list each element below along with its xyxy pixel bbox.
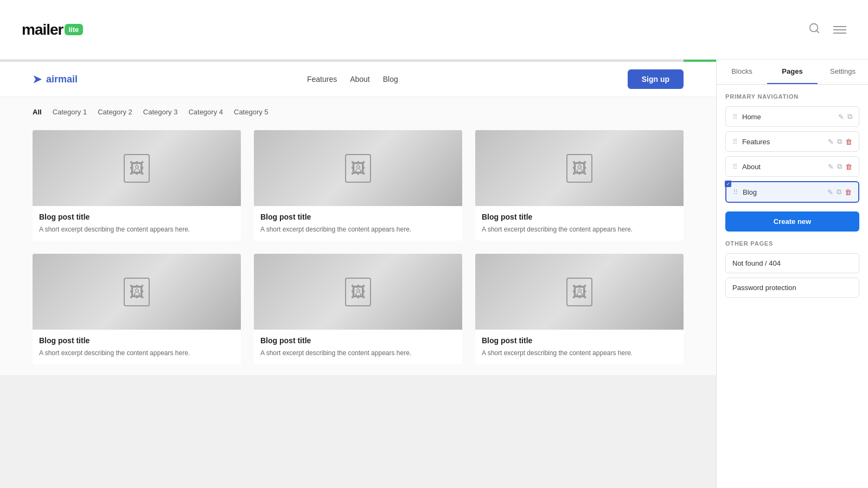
nav-item-about-label: About bbox=[742, 163, 761, 171]
blog-card-3-body: Blog post title A short excerpt describi… bbox=[475, 206, 684, 241]
other-page-not-found[interactable]: Not found / 404 bbox=[725, 253, 859, 273]
other-pages-title: OTHER PAGES bbox=[725, 240, 859, 247]
blog-card-2-excerpt: A short excerpt describing the content a… bbox=[260, 224, 456, 234]
blog-card-6[interactable]: 🖼 Blog post title A short excerpt descri… bbox=[475, 254, 684, 364]
edit-icon-blog[interactable]: ✎ bbox=[827, 188, 833, 196]
copy-icon-blog[interactable]: ⧉ bbox=[837, 188, 841, 196]
delete-icon-features[interactable]: 🗑 bbox=[845, 138, 852, 146]
site-logo: ➤ airmail bbox=[33, 73, 78, 86]
drag-icon-about: ⠿ bbox=[732, 163, 738, 171]
tab-settings[interactable]: Settings bbox=[818, 60, 868, 84]
nav-item-features-actions: ✎ ⧉ 🗑 bbox=[828, 137, 852, 146]
create-new-button[interactable]: Create new bbox=[725, 211, 859, 232]
drag-icon-blog: ⠿ bbox=[733, 188, 738, 196]
site-nav-about[interactable]: About bbox=[350, 75, 370, 84]
menu-icon[interactable] bbox=[833, 26, 846, 34]
nav-item-wrapper-blog: ✓ ⠿ Blog ✎ ⧉ 🗑 bbox=[725, 181, 859, 203]
search-icon[interactable] bbox=[808, 22, 820, 37]
ml-logo-text: mailer bbox=[22, 21, 63, 38]
blog-cat-4[interactable]: Category 4 bbox=[188, 108, 223, 116]
blog-cat-1[interactable]: Category 1 bbox=[53, 108, 87, 116]
copy-icon-features[interactable]: ⧉ bbox=[837, 137, 842, 146]
nav-item-about-actions: ✎ ⧉ 🗑 bbox=[828, 162, 852, 171]
nav-item-about[interactable]: ⠿ About ✎ ⧉ 🗑 bbox=[725, 156, 859, 177]
other-page-password[interactable]: Password protection bbox=[725, 278, 859, 298]
blog-card-5-image: 🖼 bbox=[254, 254, 462, 330]
blog-card-4-image: 🖼 bbox=[33, 254, 241, 330]
ml-header-right bbox=[808, 22, 846, 37]
nav-item-blog-label: Blog bbox=[743, 188, 757, 196]
svg-line-1 bbox=[816, 30, 819, 33]
blog-card-6-title: Blog post title bbox=[482, 336, 677, 345]
blog-card-5-image-icon: 🖼 bbox=[345, 278, 371, 306]
blog-cat-5[interactable]: Category 5 bbox=[234, 108, 269, 116]
delete-icon-blog[interactable]: 🗑 bbox=[845, 188, 852, 196]
drag-icon-home: ⠿ bbox=[732, 113, 738, 121]
blog-card-1-excerpt: A short excerpt describing the content a… bbox=[39, 224, 234, 234]
blog-card-2-title: Blog post title bbox=[260, 213, 456, 221]
site-logo-text: airmail bbox=[46, 74, 78, 85]
blog-card-4-title: Blog post title bbox=[39, 336, 234, 345]
site-nav-blog[interactable]: Blog bbox=[383, 75, 398, 84]
copy-icon-home[interactable]: ⧉ bbox=[847, 112, 852, 121]
nav-item-home-left: ⠿ Home bbox=[732, 113, 761, 121]
nav-item-features[interactable]: ⠿ Features ✎ ⧉ 🗑 bbox=[725, 131, 859, 152]
blog-card-5-excerpt: A short excerpt describing the content a… bbox=[260, 348, 456, 358]
nav-item-blog-left: ⠿ Blog bbox=[733, 188, 757, 196]
progress-bar-container bbox=[0, 60, 716, 62]
blog-card-5-title: Blog post title bbox=[260, 336, 456, 345]
edit-icon-features[interactable]: ✎ bbox=[828, 138, 834, 146]
progress-bar-fill bbox=[684, 60, 716, 62]
site-preview: ➤ airmail Features About Blog Sign up Al… bbox=[0, 62, 716, 488]
nav-item-features-left: ⠿ Features bbox=[732, 138, 770, 146]
airmail-logo-icon: ➤ bbox=[33, 73, 42, 86]
edit-icon-home[interactable]: ✎ bbox=[838, 113, 844, 121]
site-header: ➤ airmail Features About Blog Sign up bbox=[0, 62, 716, 97]
nav-item-wrapper-about: ⠿ About ✎ ⧉ 🗑 bbox=[725, 156, 859, 177]
ml-header: mailer lite bbox=[0, 0, 868, 60]
tab-blocks[interactable]: Blocks bbox=[717, 60, 767, 84]
nav-item-home-label: Home bbox=[742, 113, 761, 121]
site-nav-features[interactable]: Features bbox=[307, 75, 337, 84]
blog-card-1-title: Blog post title bbox=[39, 213, 234, 221]
blog-card-1[interactable]: 🖼 Blog post title A short excerpt descri… bbox=[33, 130, 241, 241]
site-signup-button[interactable]: Sign up bbox=[628, 69, 684, 89]
primary-navigation-title: PRIMARY NAVIGATION bbox=[725, 93, 859, 100]
blog-card-4-image-icon: 🖼 bbox=[124, 278, 150, 306]
ml-logo-badge: lite bbox=[65, 24, 84, 35]
tab-pages[interactable]: Pages bbox=[767, 60, 818, 84]
blog-card-3-image: 🖼 bbox=[475, 130, 684, 206]
blog-card-4[interactable]: 🖼 Blog post title A short excerpt descri… bbox=[33, 254, 241, 364]
nav-item-home[interactable]: ⠿ Home ✎ ⧉ bbox=[725, 106, 859, 127]
right-panel: Blocks Pages Settings PRIMARY NAVIGATION… bbox=[716, 60, 868, 488]
blog-card-4-excerpt: A short excerpt describing the content a… bbox=[39, 348, 234, 358]
edit-icon-about[interactable]: ✎ bbox=[828, 163, 834, 171]
nav-item-wrapper-home: ⠿ Home ✎ ⧉ bbox=[725, 106, 859, 127]
blog-card-1-body: Blog post title A short excerpt describi… bbox=[33, 206, 241, 241]
blog-card-4-body: Blog post title A short excerpt describi… bbox=[33, 330, 241, 364]
blog-card-1-image-icon: 🖼 bbox=[124, 154, 150, 183]
nav-item-wrapper-features: ⠿ Features ✎ ⧉ 🗑 bbox=[725, 131, 859, 152]
blog-card-6-image-icon: 🖼 bbox=[566, 278, 592, 306]
blog-cat-2[interactable]: Category 2 bbox=[98, 108, 132, 116]
ml-logo: mailer lite bbox=[22, 21, 83, 38]
site-nav: Features About Blog bbox=[307, 75, 398, 84]
blog-card-5[interactable]: 🖼 Blog post title A short excerpt descri… bbox=[254, 254, 462, 364]
nav-item-about-left: ⠿ About bbox=[732, 163, 761, 171]
blog-card-3[interactable]: 🖼 Blog post title A short excerpt descri… bbox=[475, 130, 684, 241]
blog-card-2[interactable]: 🖼 Blog post title A short excerpt descri… bbox=[254, 130, 462, 241]
blog-card-3-excerpt: A short excerpt describing the content a… bbox=[482, 224, 677, 234]
blog-cat-3[interactable]: Category 3 bbox=[143, 108, 178, 116]
panel-content: PRIMARY NAVIGATION ⠿ Home ✎ ⧉ bbox=[717, 85, 868, 488]
blog-card-6-excerpt: A short excerpt describing the content a… bbox=[482, 348, 677, 358]
blog-card-2-image: 🖼 bbox=[254, 130, 462, 206]
blog-card-3-image-icon: 🖼 bbox=[566, 154, 592, 183]
delete-icon-about[interactable]: 🗑 bbox=[845, 163, 852, 171]
blog-cat-all[interactable]: All bbox=[33, 108, 42, 116]
nav-item-blog[interactable]: ⠿ Blog ✎ ⧉ 🗑 bbox=[725, 181, 859, 203]
preview-area: ➤ airmail Features About Blog Sign up Al… bbox=[0, 60, 716, 488]
blog-card-5-body: Blog post title A short excerpt describi… bbox=[254, 330, 462, 364]
blog-grid: 🖼 Blog post title A short excerpt descri… bbox=[0, 125, 716, 375]
copy-icon-about[interactable]: ⧉ bbox=[837, 162, 842, 171]
blog-card-3-title: Blog post title bbox=[482, 213, 677, 221]
